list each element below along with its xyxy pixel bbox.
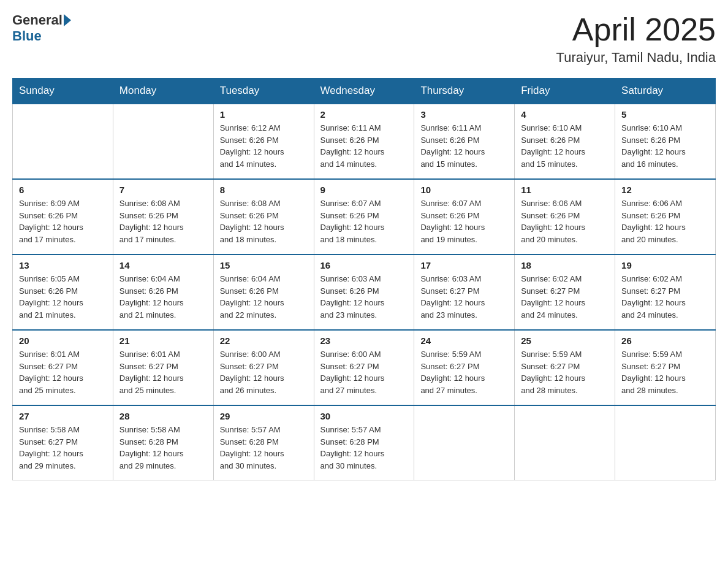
weekday-header-thursday: Thursday — [414, 79, 515, 104]
calendar-week-row: 27Sunrise: 5:58 AMSunset: 6:27 PMDayligh… — [13, 405, 716, 481]
day-info: Sunrise: 5:59 AMSunset: 6:27 PMDaylight:… — [521, 348, 609, 396]
location-title: Turaiyur, Tamil Nadu, India — [556, 50, 716, 66]
day-info: Sunrise: 6:00 AMSunset: 6:27 PMDaylight:… — [220, 348, 308, 396]
calendar-cell: 26Sunrise: 5:59 AMSunset: 6:27 PMDayligh… — [615, 330, 716, 405]
weekday-header-sunday: Sunday — [13, 79, 113, 104]
day-number: 25 — [521, 335, 609, 346]
calendar-table: SundayMondayTuesdayWednesdayThursdayFrid… — [12, 78, 716, 481]
day-number: 27 — [19, 411, 107, 421]
day-info: Sunrise: 6:05 AMSunset: 6:26 PMDaylight:… — [19, 273, 107, 321]
day-number: 26 — [621, 335, 709, 346]
weekday-header-row: SundayMondayTuesdayWednesdayThursdayFrid… — [13, 79, 716, 104]
day-info: Sunrise: 6:11 AMSunset: 6:26 PMDaylight:… — [320, 122, 408, 170]
calendar-cell: 23Sunrise: 6:00 AMSunset: 6:27 PMDayligh… — [314, 330, 414, 405]
calendar-week-row: 13Sunrise: 6:05 AMSunset: 6:26 PMDayligh… — [13, 255, 716, 330]
calendar-cell: 14Sunrise: 6:04 AMSunset: 6:26 PMDayligh… — [113, 255, 213, 330]
day-info: Sunrise: 6:06 AMSunset: 6:26 PMDaylight:… — [521, 197, 609, 245]
day-info: Sunrise: 5:57 AMSunset: 6:28 PMDaylight:… — [320, 424, 408, 472]
calendar-cell: 13Sunrise: 6:05 AMSunset: 6:26 PMDayligh… — [13, 255, 113, 330]
weekday-header-monday: Monday — [113, 79, 213, 104]
title-area: April 2025 Turaiyur, Tamil Nadu, India — [556, 12, 716, 66]
calendar-cell — [615, 405, 716, 481]
calendar-cell — [414, 405, 515, 481]
calendar-cell: 20Sunrise: 6:01 AMSunset: 6:27 PMDayligh… — [13, 330, 113, 405]
day-info: Sunrise: 6:01 AMSunset: 6:27 PMDaylight:… — [119, 348, 207, 396]
calendar-cell: 16Sunrise: 6:03 AMSunset: 6:26 PMDayligh… — [314, 255, 414, 330]
calendar-cell: 15Sunrise: 6:04 AMSunset: 6:26 PMDayligh… — [213, 255, 314, 330]
calendar-cell: 19Sunrise: 6:02 AMSunset: 6:27 PMDayligh… — [615, 255, 716, 330]
day-number: 29 — [220, 411, 308, 421]
day-number: 20 — [19, 335, 107, 346]
logo: General Blue — [12, 12, 71, 44]
calendar-week-row: 20Sunrise: 6:01 AMSunset: 6:27 PMDayligh… — [13, 330, 716, 405]
day-number: 30 — [320, 411, 408, 421]
calendar-cell: 3Sunrise: 6:11 AMSunset: 6:26 PMDaylight… — [414, 104, 515, 179]
day-number: 6 — [19, 185, 107, 195]
day-number: 14 — [119, 260, 207, 270]
day-number: 10 — [420, 185, 508, 195]
day-info: Sunrise: 6:00 AMSunset: 6:27 PMDaylight:… — [320, 348, 408, 396]
day-info: Sunrise: 6:04 AMSunset: 6:26 PMDaylight:… — [220, 273, 308, 321]
day-number: 21 — [119, 335, 207, 346]
day-info: Sunrise: 5:58 AMSunset: 6:27 PMDaylight:… — [19, 424, 107, 472]
calendar-cell: 7Sunrise: 6:08 AMSunset: 6:26 PMDaylight… — [113, 179, 213, 255]
calendar-week-row: 6Sunrise: 6:09 AMSunset: 6:26 PMDaylight… — [13, 179, 716, 255]
calendar-cell: 25Sunrise: 5:59 AMSunset: 6:27 PMDayligh… — [515, 330, 615, 405]
calendar-cell: 17Sunrise: 6:03 AMSunset: 6:27 PMDayligh… — [414, 255, 515, 330]
day-number: 7 — [119, 185, 207, 195]
calendar-cell: 22Sunrise: 6:00 AMSunset: 6:27 PMDayligh… — [213, 330, 314, 405]
calendar-cell: 21Sunrise: 6:01 AMSunset: 6:27 PMDayligh… — [113, 330, 213, 405]
day-number: 15 — [220, 260, 308, 270]
calendar-cell: 12Sunrise: 6:06 AMSunset: 6:26 PMDayligh… — [615, 179, 716, 255]
logo-arrow-icon — [64, 14, 71, 26]
calendar-cell: 28Sunrise: 5:58 AMSunset: 6:28 PMDayligh… — [113, 405, 213, 481]
day-number: 13 — [19, 260, 107, 270]
day-info: Sunrise: 6:10 AMSunset: 6:26 PMDaylight:… — [621, 122, 709, 170]
day-number: 12 — [621, 185, 709, 195]
day-info: Sunrise: 5:59 AMSunset: 6:27 PMDaylight:… — [621, 348, 709, 396]
calendar-cell: 18Sunrise: 6:02 AMSunset: 6:27 PMDayligh… — [515, 255, 615, 330]
calendar-cell: 30Sunrise: 5:57 AMSunset: 6:28 PMDayligh… — [314, 405, 414, 481]
day-number: 2 — [320, 109, 408, 120]
day-info: Sunrise: 6:08 AMSunset: 6:26 PMDaylight:… — [220, 197, 308, 245]
month-title: April 2025 — [556, 12, 716, 47]
day-info: Sunrise: 6:01 AMSunset: 6:27 PMDaylight:… — [19, 348, 107, 396]
day-number: 8 — [220, 185, 308, 195]
day-number: 23 — [320, 335, 408, 346]
day-number: 3 — [420, 109, 508, 120]
calendar-cell: 5Sunrise: 6:10 AMSunset: 6:26 PMDaylight… — [615, 104, 716, 179]
day-info: Sunrise: 6:03 AMSunset: 6:27 PMDaylight:… — [420, 273, 508, 321]
day-number: 9 — [320, 185, 408, 195]
day-number: 22 — [220, 335, 308, 346]
day-number: 24 — [420, 335, 508, 346]
day-number: 18 — [521, 260, 609, 270]
day-number: 1 — [220, 109, 308, 120]
calendar-cell: 8Sunrise: 6:08 AMSunset: 6:26 PMDaylight… — [213, 179, 314, 255]
day-info: Sunrise: 5:58 AMSunset: 6:28 PMDaylight:… — [119, 424, 207, 472]
calendar-cell — [113, 104, 213, 179]
day-info: Sunrise: 6:04 AMSunset: 6:26 PMDaylight:… — [119, 273, 207, 321]
weekday-header-friday: Friday — [515, 79, 615, 104]
day-number: 4 — [521, 109, 609, 120]
day-number: 11 — [521, 185, 609, 195]
day-number: 17 — [420, 260, 508, 270]
day-info: Sunrise: 5:59 AMSunset: 6:27 PMDaylight:… — [420, 348, 508, 396]
weekday-header-wednesday: Wednesday — [314, 79, 414, 104]
day-number: 19 — [621, 260, 709, 270]
calendar-cell: 2Sunrise: 6:11 AMSunset: 6:26 PMDaylight… — [314, 104, 414, 179]
day-info: Sunrise: 6:08 AMSunset: 6:26 PMDaylight:… — [119, 197, 207, 245]
calendar-cell: 1Sunrise: 6:12 AMSunset: 6:26 PMDaylight… — [213, 104, 314, 179]
day-info: Sunrise: 6:12 AMSunset: 6:26 PMDaylight:… — [220, 122, 308, 170]
day-info: Sunrise: 6:02 AMSunset: 6:27 PMDaylight:… — [621, 273, 709, 321]
logo-blue-text: Blue — [12, 28, 42, 44]
calendar-week-row: 1Sunrise: 6:12 AMSunset: 6:26 PMDaylight… — [13, 104, 716, 179]
day-info: Sunrise: 6:11 AMSunset: 6:26 PMDaylight:… — [420, 122, 508, 170]
calendar-cell — [515, 405, 615, 481]
logo-general-text: General — [12, 12, 63, 28]
weekday-header-tuesday: Tuesday — [213, 79, 314, 104]
day-number: 16 — [320, 260, 408, 270]
calendar-cell: 11Sunrise: 6:06 AMSunset: 6:26 PMDayligh… — [515, 179, 615, 255]
calendar-cell — [13, 104, 113, 179]
page-header: General Blue April 2025 Turaiyur, Tamil … — [12, 12, 716, 66]
calendar-cell: 24Sunrise: 5:59 AMSunset: 6:27 PMDayligh… — [414, 330, 515, 405]
